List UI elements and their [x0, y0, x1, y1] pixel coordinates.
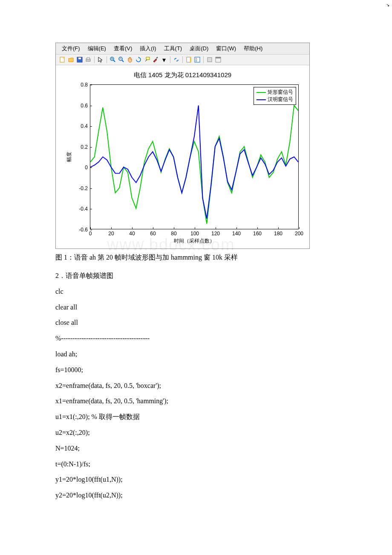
x-tick-label: 180	[274, 231, 282, 237]
svg-rect-16	[190, 57, 191, 62]
svg-rect-23	[216, 57, 221, 58]
svg-rect-17	[195, 57, 200, 62]
code-line: clear all	[55, 300, 337, 315]
chart-title: 电信 1405 龙为花 0121409341029	[56, 71, 309, 79]
svg-rect-4	[87, 58, 89, 59]
menubar: 文件(F) 编辑(E) 查看(V) 插入(I) 工具(T) 桌面(D) 窗口(W…	[56, 43, 309, 54]
svg-line-10	[122, 60, 124, 62]
legend-item-hamming: 汉明窗信号	[257, 96, 293, 103]
x-tick-label: 20	[108, 231, 114, 237]
menu-tools[interactable]: 工具(T)	[164, 45, 182, 52]
colorbar-icon[interactable]	[185, 56, 192, 63]
y-tick-label: 0	[73, 165, 88, 171]
brush-icon[interactable]	[152, 56, 159, 63]
legend: 矩形窗信号 汉明窗信号	[254, 87, 296, 105]
menu-help[interactable]: 帮助(H)	[244, 45, 262, 52]
legend-label-0: 矩形窗信号	[268, 89, 293, 96]
y-tick-label: -0.4	[73, 206, 88, 212]
x-tick-label: 140	[232, 231, 241, 237]
legend-icon[interactable]	[194, 56, 201, 63]
code-line: %---------------------------------------	[55, 331, 337, 347]
svg-line-6	[113, 60, 115, 62]
x-tick-label: 160	[253, 231, 262, 237]
x-tick-label: 200	[295, 231, 303, 237]
zoom-in-icon[interactable]	[110, 56, 116, 63]
code-line: u1=x1(:,20); % 取得一帧数据	[55, 409, 337, 425]
y-tick-label: 0.4	[73, 123, 88, 129]
datatip-icon[interactable]	[144, 56, 150, 63]
legend-color-green	[257, 92, 266, 93]
code-line: close all	[55, 315, 337, 331]
matlab-figure-window: ↘ 文件(F) 编辑(E) 查看(V) 插入(I) 工具(T) 桌面(D) 窗口…	[55, 43, 310, 249]
y-tick-label: 0.8	[73, 82, 88, 88]
code-line: x1=enframe(data, fs, 20, 0.5, 'hamming')…	[55, 393, 337, 409]
code-line: fs=10000;	[55, 362, 337, 378]
menu-edit[interactable]: 编辑(E)	[88, 45, 106, 52]
toolbar: ▾	[56, 54, 309, 65]
svg-rect-12	[146, 57, 150, 60]
legend-item-rect: 矩形窗信号	[257, 89, 293, 96]
new-icon[interactable]	[59, 56, 66, 63]
legend-color-blue	[257, 99, 266, 100]
code-line: clc	[55, 284, 337, 300]
save-icon[interactable]	[76, 56, 83, 63]
svg-rect-2	[78, 58, 81, 59]
legend-label-1: 汉明窗信号	[268, 96, 293, 103]
menu-insert[interactable]: 插入(I)	[140, 45, 156, 52]
separator	[182, 56, 183, 63]
menu-window[interactable]: 窗口(W)	[216, 45, 236, 52]
code-line: x2=enframe(data, fs, 20, 0.5, 'boxcar');	[55, 378, 337, 394]
pan-icon[interactable]	[127, 56, 133, 63]
separator	[170, 56, 170, 63]
code-line: N=1024;	[55, 441, 337, 457]
pointer-icon[interactable]	[97, 56, 104, 63]
menu-desktop[interactable]: 桌面(D)	[190, 45, 208, 52]
print-icon[interactable]	[85, 56, 92, 63]
code-line: t=(0:N-1)/fs;	[55, 457, 337, 472]
separator	[203, 56, 204, 63]
y-tick-label: 0.2	[73, 144, 88, 150]
menu-view[interactable]: 查看(V)	[114, 45, 132, 52]
hide-icon[interactable]	[206, 56, 213, 63]
x-tick-label: 120	[211, 231, 220, 237]
separator	[107, 56, 107, 63]
section-heading: 2．语音单帧频谱图	[55, 268, 337, 284]
link-icon[interactable]	[173, 56, 180, 63]
rotate-icon[interactable]	[135, 56, 142, 63]
menu-file[interactable]: 文件(F)	[62, 45, 80, 52]
watermark: www.bdocx.com	[107, 236, 235, 254]
y-tick-label: -0.6	[73, 227, 88, 233]
y-tick-label: -0.2	[73, 185, 88, 191]
separator	[94, 56, 95, 63]
x-tick-label: 40	[129, 231, 135, 237]
x-tick-label: 80	[171, 231, 176, 237]
y-tick-label: 0.6	[73, 103, 88, 109]
open-icon[interactable]	[68, 56, 75, 63]
x-axis-label: 时间（采样点数）	[174, 237, 215, 243]
x-tick-label: 0	[89, 231, 92, 237]
y-axis-label: 幅度	[66, 152, 73, 162]
window-corner-icon: ↘	[386, 3, 389, 7]
plot-area: 电信 1405 龙为花 0121409341029 矩形窗信号 汉明窗信号	[56, 65, 309, 249]
chart-curves	[90, 85, 298, 229]
zoom-out-icon[interactable]	[118, 56, 125, 63]
code-line: load ah;	[55, 347, 337, 362]
code-line: y2=20*log10(fft(u2,N));	[55, 488, 337, 503]
svg-line-14	[156, 57, 158, 58]
dock-icon[interactable]	[215, 56, 222, 63]
code-line: u2=x2(:,20);	[55, 425, 337, 441]
svg-line-13	[145, 60, 147, 61]
svg-rect-21	[208, 58, 212, 62]
x-tick-label: 100	[190, 231, 199, 237]
dropdown-icon[interactable]: ▾	[161, 56, 167, 63]
axes: 矩形窗信号 汉明窗信号 幅度 时间（采样点数） -0.6-0.4-0.200.2…	[90, 84, 299, 229]
x-tick-label: 60	[150, 231, 156, 237]
code-line: y1=20*log10(fft(u1,N));	[55, 472, 337, 488]
figure-caption: 图 1：语音 ah 第 20 帧时域波形图与加 hammming 窗 10k 采…	[55, 253, 337, 262]
